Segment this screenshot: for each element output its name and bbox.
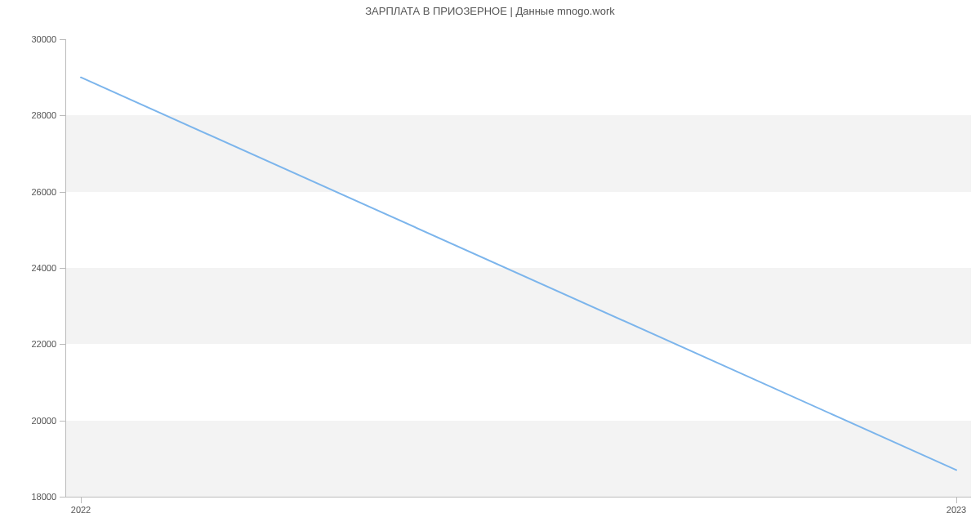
y-tick-label: 26000: [31, 187, 56, 197]
y-tick-label: 18000: [31, 492, 56, 502]
y-tick-label: 30000: [31, 34, 56, 44]
y-tick: [60, 268, 66, 269]
y-tick: [60, 421, 66, 422]
x-tick: [956, 497, 957, 503]
plot-area: 1800020000220002400026000280003000020222…: [65, 39, 971, 498]
y-tick: [60, 39, 66, 40]
x-tick-label: 2023: [947, 505, 966, 515]
x-tick-label: 2022: [71, 505, 91, 515]
y-tick: [60, 497, 66, 498]
chart-title: ЗАРПЛАТА В ПРИОЗЕРНОЕ | Данные mnogo.wor…: [0, 5, 980, 17]
y-tick: [60, 344, 66, 345]
y-tick-label: 24000: [31, 263, 56, 273]
y-tick-label: 22000: [31, 339, 56, 349]
chart-container: ЗАРПЛАТА В ПРИОЗЕРНОЕ | Данные mnogo.wor…: [0, 0, 980, 531]
y-tick-label: 28000: [31, 110, 56, 120]
line-series: [66, 39, 971, 497]
series-line: [81, 78, 956, 471]
y-tick: [60, 115, 66, 116]
y-tick: [60, 192, 66, 193]
y-tick-label: 20000: [31, 416, 56, 426]
x-tick: [81, 497, 82, 503]
